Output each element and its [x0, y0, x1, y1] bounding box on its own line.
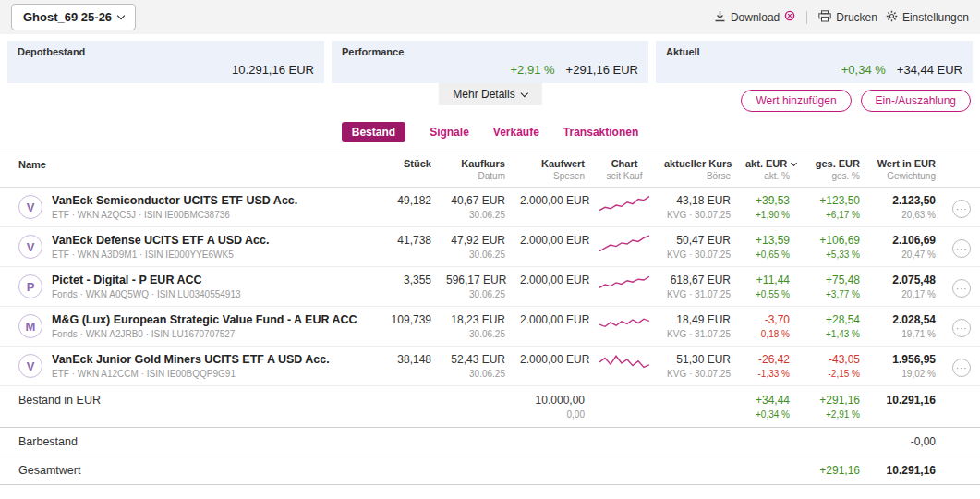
cell-akt: +39,53+1,90 %: [738, 188, 797, 227]
sparkline-chart: [599, 206, 649, 219]
col-header-stueck[interactable]: Stück: [381, 152, 439, 188]
cell-kaufwert: 2.000,00 EUR: [513, 227, 592, 267]
col-header-kaufwert[interactable]: KaufwertSpesen: [513, 152, 592, 188]
barbestand-wert: -0,00: [867, 428, 943, 456]
fund-name-link[interactable]: VanEck Defense UCITS ETF A USD Acc.: [52, 234, 270, 247]
table-header-row: Name Stück KaufkursDatum KaufwertSpesen …: [0, 152, 980, 188]
sparkline-chart: [599, 246, 649, 259]
portfolio-selector-button[interactable]: Ghost_69 25-26: [11, 4, 136, 30]
fund-name-link[interactable]: M&G (Lux) European Strategic Value Fund …: [52, 313, 357, 326]
fund-avatar: V: [18, 235, 42, 259]
card-value: +291,16 EUR: [566, 63, 638, 77]
cell-stueck: 38,148: [381, 347, 439, 386]
cell-kurs: 18,49 EURKVG · 31.07.25: [657, 307, 738, 347]
cell-wert: 2.106,6920,47 %: [867, 227, 943, 267]
col-header-name[interactable]: Name: [0, 152, 381, 188]
col-header-kaufkurs[interactable]: KaufkursDatum: [439, 152, 513, 188]
cell-stueck: 109,739: [381, 307, 439, 347]
barbestand-row: Barbestand -0,00: [0, 428, 980, 456]
total-label: Gesamtwert: [0, 456, 381, 485]
cell-kurs: 51,30 EURKVG · 30.07.25: [657, 347, 738, 386]
row-menu-button[interactable]: [952, 200, 971, 218]
total-akt: +34,44+0,34 %: [738, 386, 797, 428]
cell-kurs: 50,47 EURKVG · 30.07.25: [657, 227, 738, 267]
holdings-table: Name Stück KaufkursDatum KaufwertSpesen …: [0, 152, 980, 485]
table-row: V VanEck Defense UCITS ETF A USD Acc. ET…: [0, 227, 980, 267]
row-menu-button[interactable]: [952, 239, 971, 258]
topbar-divider: [806, 11, 807, 24]
more-details-label: Mehr Details: [453, 88, 514, 101]
fund-avatar: P: [18, 274, 42, 298]
cell-kaufwert: 2.000,00 EUR: [513, 347, 592, 386]
cell-ges: +75,48+3,77 %: [797, 267, 867, 307]
fund-name-link[interactable]: VanEck Junior Gold Miners UCITS ETF A US…: [52, 353, 330, 366]
table-row: P Pictet - Digital - P EUR ACC Fonds · W…: [0, 267, 980, 307]
col-header-akt-eur[interactable]: akt. EURakt. %: [738, 152, 797, 188]
topbar: Ghost_69 25-26 Download Drucken Einstell…: [0, 0, 980, 34]
tab-bestand[interactable]: Bestand: [342, 122, 405, 142]
gear-icon: [886, 10, 898, 25]
card-label: Depotbestand: [18, 46, 314, 57]
card-percent: +2,91 %: [511, 63, 555, 77]
col-header-wert[interactable]: Wert in EURGewichtung: [867, 152, 943, 188]
cell-ges: +28,54+1,43 %: [797, 307, 867, 347]
col-header-ges-eur[interactable]: ges. EURges. %: [797, 152, 867, 188]
row-menu-button[interactable]: [952, 359, 971, 377]
download-button[interactable]: Download: [714, 10, 795, 25]
download-badge-icon[interactable]: [784, 10, 795, 24]
cell-kurs: 618,67 EURKVG · 31.07.25: [657, 267, 738, 307]
cell-ges: +106,69+5,33 %: [797, 227, 867, 267]
payment-button[interactable]: Ein-/Auszahlung: [861, 90, 971, 112]
fund-name-link[interactable]: VanEck Semiconductor UCITS ETF USD Acc.: [52, 194, 297, 207]
card-depotbestand: Depotbestand 10.291,16 EUR: [7, 41, 324, 83]
cell-kaufkurs: 596,17 EUR30.06.25: [439, 267, 513, 307]
total-ges: +291,16+2,91 %: [797, 386, 867, 428]
chevron-down-icon: [520, 89, 527, 96]
fund-subtitle: ETF · WKN A3D9M1 · ISIN IE000YYE6WK5: [52, 250, 270, 260]
cell-akt: +11,44+0,55 %: [738, 267, 797, 307]
cell-akt: -26,42-1,33 %: [738, 347, 797, 386]
sparkline-chart: [599, 325, 649, 338]
row-menu-button[interactable]: [952, 319, 971, 337]
cell-kaufwert: 2.000,00 EUR: [513, 188, 592, 227]
gesamtwert-wert: 10.291,16: [867, 456, 943, 485]
gesamtwert-row: Gesamtwert +291,16 10.291,16: [0, 456, 980, 485]
total-label: Barbestand: [0, 428, 381, 456]
col-header-chart: Chartseit Kauf: [592, 152, 657, 188]
card-value: 10.291,16 EUR: [232, 63, 314, 77]
tab-signale[interactable]: Signale: [430, 126, 469, 139]
col-header-aktueller-kurs[interactable]: aktueller KursBörse: [657, 152, 738, 188]
fund-subtitle: Fonds · WKN A2JRB0 · ISIN LU1670707527: [52, 329, 357, 339]
card-percent: +0,34 %: [841, 63, 886, 77]
add-value-button[interactable]: Wert hinzufügen: [741, 90, 851, 112]
cell-kaufkurs: 40,67 EUR30.06.25: [439, 188, 513, 227]
table-row: V VanEck Semiconductor UCITS ETF USD Acc…: [0, 188, 980, 227]
row-menu-button[interactable]: [952, 279, 971, 298]
print-button[interactable]: Drucken: [818, 10, 877, 25]
fund-avatar: M: [18, 314, 42, 338]
fund-subtitle: ETF · WKN A2QC5J · ISIN IE00BMC38736: [52, 210, 297, 220]
chevron-down-icon: [117, 12, 125, 19]
settings-button[interactable]: Einstellungen: [886, 10, 969, 25]
sparkline-chart: [599, 365, 649, 378]
sparkline-chart: [599, 286, 649, 298]
bestand-total-row: Bestand in EUR 10.000,000,00 +34,44+0,34…: [0, 386, 980, 428]
summary-cards: Depotbestand 10.291,16 EUR Performance +…: [0, 34, 980, 83]
tab-transaktionen[interactable]: Transaktionen: [563, 126, 638, 139]
cell-kaufwert: 2.000,00 EUR: [513, 307, 592, 347]
fund-avatar: V: [18, 354, 42, 378]
portfolio-selector-label: Ghost_69 25-26: [23, 10, 112, 24]
fund-avatar: V: [18, 195, 42, 219]
more-details-button[interactable]: Mehr Details: [438, 83, 541, 105]
cell-wert: 2.028,5419,71 %: [867, 307, 943, 347]
col-header-menu: [943, 152, 980, 188]
cell-stueck: 41,738: [381, 227, 439, 267]
fund-name-link[interactable]: Pictet - Digital - P EUR ACC: [52, 274, 241, 286]
table-row: M M&G (Lux) European Strategic Value Fun…: [0, 307, 980, 347]
total-kaufwert: 10.000,000,00: [513, 386, 592, 428]
subheader: Mehr Details Wert hinzufügen Ein-/Auszah…: [0, 83, 980, 116]
tab-verkaeufe[interactable]: Verkäufe: [493, 126, 539, 139]
cell-akt: +13,59+0,65 %: [738, 227, 797, 267]
cell-kaufwert: 2.000,00 EUR: [513, 267, 592, 307]
cell-kaufkurs: 52,43 EUR30.06.25: [439, 347, 513, 386]
